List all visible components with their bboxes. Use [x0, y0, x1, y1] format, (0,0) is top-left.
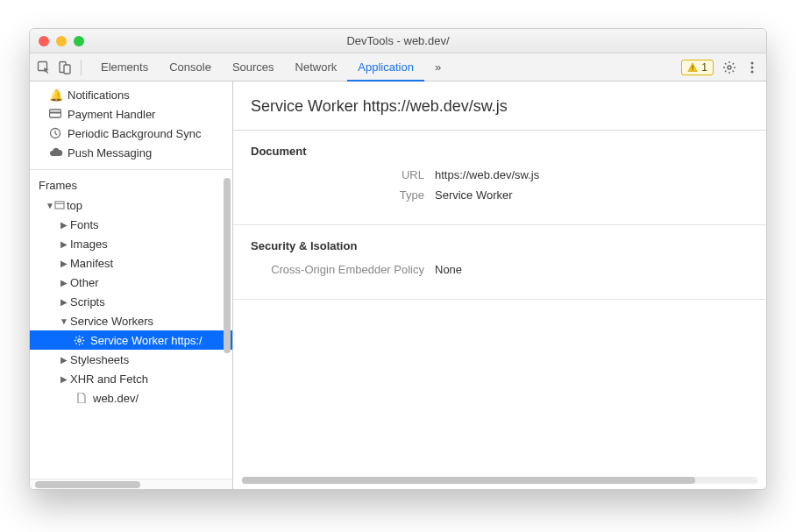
tree-label: web.dev/ — [93, 392, 139, 405]
svg-point-14 — [78, 338, 81, 341]
kv-key: Cross-Origin Embedder Policy — [251, 263, 435, 276]
chevron-right-icon: ▶ — [60, 374, 68, 384]
warnings-badge[interactable]: 1 — [681, 60, 714, 75]
kv-value: https://web.dev/sw.js — [435, 168, 539, 181]
kv-row: Cross-Origin Embedder Policy None — [251, 263, 749, 276]
device-toggle-icon[interactable] — [58, 60, 72, 74]
warnings-count: 1 — [701, 61, 707, 74]
chevron-right-icon: ▶ — [60, 278, 68, 287]
page-title: Service Worker https://web.dev/sw.js — [233, 82, 766, 131]
chevron-right-icon: ▶ — [60, 297, 68, 307]
sidebar: 🔔 Notifications Payment Handler Perio — [30, 82, 233, 489]
sidebar-item-push-messaging[interactable]: Push Messaging — [30, 143, 232, 162]
frames-section-title: Frames — [30, 170, 232, 195]
sidebar-item-payment-handler[interactable]: Payment Handler — [30, 104, 232, 124]
cloud-icon — [49, 147, 61, 158]
main-horizontal-scrollbar[interactable] — [233, 477, 766, 489]
chevron-down-icon: ▼ — [46, 201, 54, 210]
svg-rect-10 — [50, 112, 61, 114]
document-icon — [77, 393, 88, 403]
tree-node-manifest[interactable]: ▶Manifest — [30, 253, 232, 273]
titlebar: DevTools - web.dev/ — [30, 29, 766, 53]
kebab-icon — [750, 60, 754, 74]
svg-rect-2 — [64, 65, 70, 74]
separator — [81, 60, 82, 75]
tab-sources[interactable]: Sources — [222, 53, 285, 82]
chevron-right-icon: ▶ — [60, 259, 68, 268]
security-section: Security & Isolation Cross-Origin Embedd… — [233, 225, 766, 300]
document-section: Document URL https://web.dev/sw.js Type … — [233, 131, 766, 225]
tree-node-service-workers[interactable]: ▼Service Workers — [30, 311, 232, 330]
sidebar-vertical-scrollbar[interactable] — [224, 178, 231, 353]
tree-label: Other — [70, 276, 99, 289]
tab-overflow[interactable]: » — [424, 53, 451, 82]
tree-label: Manifest — [70, 257, 113, 270]
tree-node-scripts[interactable]: ▶Scripts — [30, 292, 232, 311]
sidebar-item-periodic-sync[interactable]: Periodic Background Sync — [30, 124, 232, 143]
tree-node-service-worker-selected[interactable]: Service Worker https:/ — [30, 330, 232, 350]
svg-point-5 — [728, 66, 731, 69]
main-panel: Service Worker https://web.dev/sw.js Doc… — [233, 82, 766, 489]
window-title: DevTools - web.dev/ — [30, 34, 766, 47]
frames-tree: ▼ top ▶Fonts ▶Images ▶Manifest ▶Other ▶S… — [30, 195, 232, 408]
card-icon — [49, 109, 61, 119]
devtools-window: DevTools - web.dev/ Elements Console Sou… — [29, 28, 767, 490]
section-heading: Security & Isolation — [251, 239, 749, 252]
sidebar-item-label: Payment Handler — [68, 108, 155, 121]
tree-label: Service Worker https:/ — [90, 334, 203, 347]
tree-label: Service Workers — [70, 315, 153, 328]
more-button[interactable] — [745, 60, 759, 74]
tree-label: Scripts — [70, 295, 105, 309]
devtools-toolbar: Elements Console Sources Network Applica… — [30, 53, 766, 82]
frame-icon — [54, 200, 65, 210]
kv-row: Type Service Worker — [251, 188, 749, 202]
inspect-icon[interactable] — [37, 60, 51, 74]
svg-point-7 — [751, 66, 754, 68]
tree-node-top[interactable]: ▼ top — [30, 195, 232, 215]
kv-key: Type — [251, 188, 435, 202]
panel-tabs: Elements Console Sources Network Applica… — [90, 53, 451, 82]
chevron-right-icon: ▶ — [60, 220, 68, 230]
clock-icon — [49, 127, 61, 139]
chevron-right-icon: ▶ — [60, 239, 68, 249]
tree-label: Fonts — [70, 218, 99, 231]
svg-rect-12 — [55, 202, 64, 209]
svg-rect-4 — [693, 69, 693, 70]
tree-node-stylesheets[interactable]: ▶Stylesheets — [30, 350, 232, 369]
gear-icon — [722, 60, 736, 74]
kv-value: Service Worker — [435, 188, 513, 202]
svg-point-6 — [751, 61, 754, 64]
tree-label: Stylesheets — [70, 353, 129, 366]
section-heading: Document — [251, 145, 749, 158]
kv-row: URL https://web.dev/sw.js — [251, 168, 749, 181]
tree-node-xhr-fetch[interactable]: ▶XHR and Fetch — [30, 369, 232, 388]
tree-label: top — [67, 199, 82, 212]
tree-node-webdev-file[interactable]: web.dev/ — [30, 388, 232, 408]
sidebar-item-label: Notifications — [68, 89, 130, 102]
tree-label: XHR and Fetch — [70, 372, 148, 386]
sidebar-item-label: Periodic Background Sync — [68, 127, 201, 140]
kv-value: None — [435, 263, 462, 276]
svg-rect-3 — [693, 65, 693, 68]
kv-key: URL — [251, 168, 435, 181]
settings-button[interactable] — [717, 60, 742, 74]
sidebar-item-label: Push Messaging — [68, 146, 152, 160]
tree-node-fonts[interactable]: ▶Fonts — [30, 215, 232, 234]
tab-network[interactable]: Network — [285, 53, 348, 82]
tab-application[interactable]: Application — [347, 53, 424, 82]
tab-elements[interactable]: Elements — [90, 53, 159, 82]
sidebar-horizontal-scrollbar[interactable] — [30, 479, 232, 489]
warning-icon — [687, 62, 698, 73]
chevron-right-icon: ▶ — [60, 355, 68, 365]
tree-label: Images — [70, 238, 108, 251]
chevron-down-icon: ▼ — [60, 316, 68, 326]
sidebar-item-notifications[interactable]: 🔔 Notifications — [30, 85, 232, 104]
tree-node-images[interactable]: ▶Images — [30, 234, 232, 253]
tab-console[interactable]: Console — [159, 53, 222, 82]
gear-icon — [74, 335, 85, 346]
svg-point-8 — [751, 70, 754, 73]
tree-node-other[interactable]: ▶Other — [30, 273, 232, 292]
bell-icon: 🔔 — [49, 89, 61, 102]
